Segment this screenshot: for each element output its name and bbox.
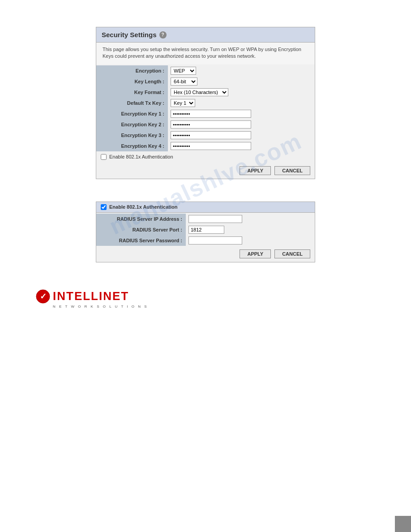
form1-button-row: APPLY CANCEL [96,163,315,179]
enc-key1-row: Encryption Key 1 : [96,108,315,119]
security-settings-panel: Security Settings ? This page allows you… [96,27,315,179]
enc-key3-label: Encryption Key 3 : [96,130,168,141]
auth-checkbox-label: Enable 802.1x Authentication [109,204,177,210]
enc-key4-row: Encryption Key 4 : [96,141,315,151]
enc-key2-input[interactable] [171,120,251,129]
logo-brand: ✓ INTELLINET [36,289,129,304]
key-format-row: Key Format : Hex (10 Characters) ASCII (… [96,87,315,98]
settings-form-table: Encryption : WEP WPA WPA2 None Key Lengt… [96,65,315,151]
default-tx-key-select[interactable]: Key 1 Key 2 Key 3 Key 4 [171,99,195,107]
apply-button[interactable]: APPLY [240,166,271,175]
key-length-select[interactable]: 64-bit 128-bit [171,77,197,86]
logo-text: INTELLINET [53,289,129,303]
enable-8021x-row: Enable 802.1x Authentication [96,151,315,163]
enc-key2-label: Encryption Key 2 : [96,119,168,130]
enc-key4-input[interactable] [171,142,251,150]
auth-panel-header: Enable 802.1x Authentication [96,202,315,213]
radius-pass-row: RADIUS Server Password : [96,235,315,246]
form2-button-row: APPLY CANCEL [96,246,315,262]
enc-key3-row: Encryption Key 3 : [96,130,315,141]
cancel-button[interactable]: CANCEL [274,166,310,175]
panel-title: Security Settings [102,31,157,39]
key-length-row: Key Length : 64-bit 128-bit [96,76,315,87]
auth-apply-button[interactable]: APPLY [240,249,271,258]
radius-port-input[interactable] [188,226,224,234]
encryption-label: Encryption : [96,65,168,76]
enc-key3-input[interactable] [171,131,251,139]
logo-sub: N E T W O R K S O L U T I O N S [53,305,148,309]
key-format-label: Key Format : [96,87,168,98]
enc-key2-row: Encryption Key 2 : [96,119,315,130]
panel-header: Security Settings ? [96,27,315,43]
encryption-row: Encryption : WEP WPA WPA2 None [96,65,315,76]
key-format-select[interactable]: Hex (10 Characters) ASCII (5 Characters) [171,88,228,96]
key-length-label: Key Length : [96,76,168,87]
auth-checkbox[interactable] [101,204,107,210]
radius-port-label: RADIUS Server Port : [96,224,186,235]
logo-box: ✓ INTELLINET N E T W O R K S O L U T I O… [36,289,148,309]
intellinet-logo-icon: ✓ [36,289,50,304]
encryption-select[interactable]: WEP WPA WPA2 None [171,67,196,75]
enc-key1-input[interactable] [171,110,251,118]
radius-ip-label: RADIUS Server IP Address : [96,214,186,224]
radius-ip-row: RADIUS Server IP Address : [96,214,315,224]
enable-8021x-label: Enable 802.1x Authentication [109,154,173,159]
enc-key4-label: Encryption Key 4 : [96,141,168,151]
radius-pass-label: RADIUS Server Password : [96,235,186,246]
default-tx-key-label: Default Tx Key : [96,98,168,108]
default-tx-key-row: Default Tx Key : Key 1 Key 2 Key 3 Key 4 [96,98,315,108]
help-icon[interactable]: ? [159,31,167,39]
logo-area: ✓ INTELLINET N E T W O R K S O L U T I O… [0,289,411,313]
enable-8021x-checkbox[interactable] [101,154,107,160]
radius-port-row: RADIUS Server Port : [96,224,315,235]
auth-panel: Enable 802.1x Authentication RADIUS Serv… [96,202,315,262]
corner-box [395,516,411,532]
enc-key1-label: Encryption Key 1 : [96,108,168,119]
radius-pass-input[interactable] [188,236,242,245]
auth-form-table: RADIUS Server IP Address : RADIUS Server… [96,214,315,246]
svg-text:✓: ✓ [40,292,47,301]
auth-cancel-button[interactable]: CANCEL [274,249,310,258]
panel-description: This page allows you setup the wireless … [96,43,315,64]
radius-ip-input[interactable] [188,215,242,223]
